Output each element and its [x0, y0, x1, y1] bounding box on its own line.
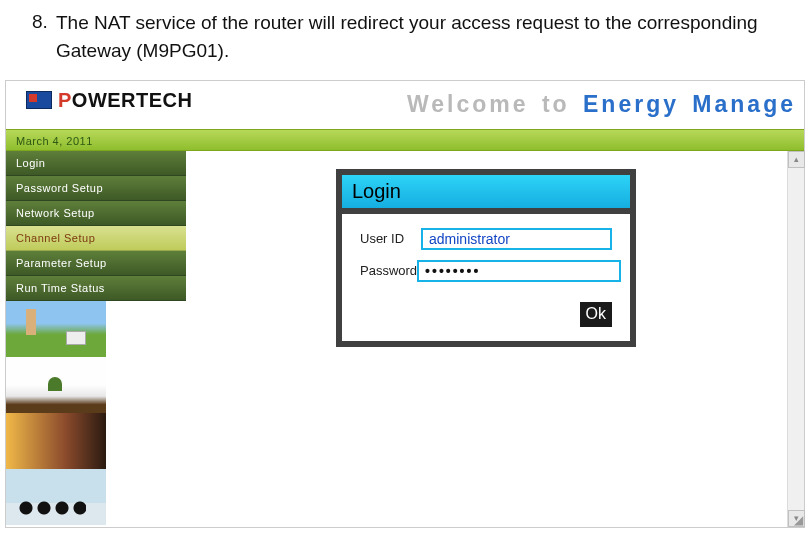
- sidebar-item-run-time-status[interactable]: Run Time Status: [6, 276, 186, 301]
- thumbnail-image: [6, 469, 106, 525]
- sidebar-item-parameter-setup[interactable]: Parameter Setup: [6, 251, 186, 276]
- thumbnail-image: [6, 357, 106, 413]
- sidebar-item-channel-setup[interactable]: Channel Setup: [6, 226, 186, 251]
- sidebar: Login Password Setup Network Setup Chann…: [6, 151, 186, 527]
- logo-icon: [26, 91, 52, 109]
- welcome-title: Welcome to Energy Manage: [407, 91, 796, 118]
- instruction-body: The NAT service of the router will redir…: [56, 9, 775, 66]
- sidebar-item-network-setup[interactable]: Network Setup: [6, 201, 186, 226]
- password-input[interactable]: [417, 260, 621, 282]
- content-area: Login User ID Password Ok ▴: [186, 151, 804, 527]
- brand-logo: POWERTECH: [26, 89, 193, 112]
- logo-text: POWERTECH: [58, 89, 193, 112]
- scroll-up-icon[interactable]: ▴: [788, 151, 805, 168]
- list-number: 8.: [32, 8, 56, 37]
- user-id-row: User ID: [360, 228, 612, 250]
- app-body: Login Password Setup Network Setup Chann…: [6, 151, 804, 527]
- password-label: Password: [360, 263, 417, 278]
- app-frame: POWERTECH Welcome to Energy Manage March…: [5, 80, 805, 528]
- thumbnail-image: [6, 413, 106, 469]
- app-header: POWERTECH Welcome to Energy Manage: [6, 81, 804, 129]
- login-panel: Login User ID Password Ok: [336, 169, 636, 347]
- sidebar-thumbnails: [6, 301, 186, 525]
- date-bar: March 4, 2011: [6, 129, 804, 151]
- vertical-scrollbar[interactable]: ▴ ▾: [787, 151, 804, 527]
- login-actions: Ok: [342, 302, 630, 341]
- user-id-label: User ID: [360, 231, 421, 246]
- ok-button[interactable]: Ok: [580, 302, 612, 327]
- password-row: Password: [360, 260, 612, 282]
- login-body: User ID Password: [342, 214, 630, 302]
- instruction-text: 8. The NAT service of the router will re…: [0, 0, 807, 80]
- login-title: Login: [342, 175, 630, 214]
- thumbnail-image: [6, 301, 106, 357]
- sidebar-item-password-setup[interactable]: Password Setup: [6, 176, 186, 201]
- user-id-input[interactable]: [421, 228, 612, 250]
- sidebar-item-login[interactable]: Login: [6, 151, 186, 176]
- resize-grip-icon[interactable]: ◢: [789, 513, 803, 527]
